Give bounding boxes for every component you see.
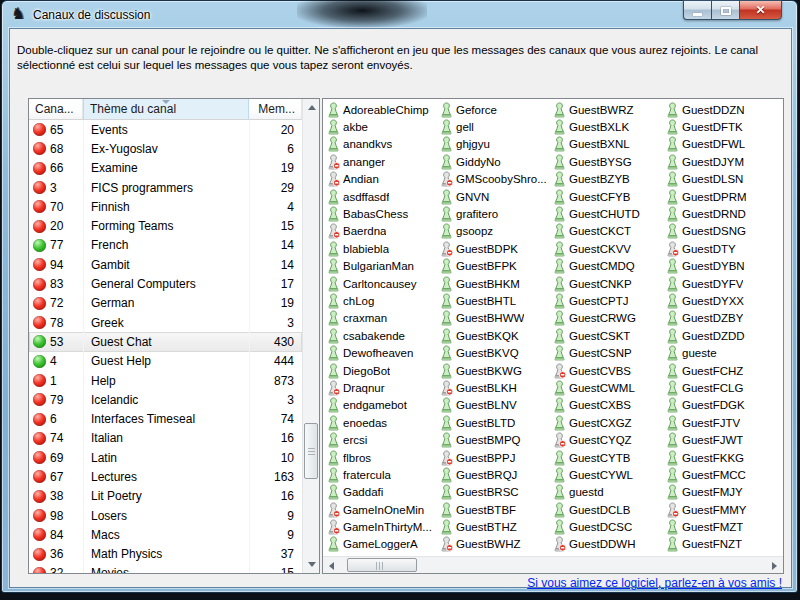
horizontal-scrollbar-thumb[interactable]: [347, 558, 417, 572]
list-item-user[interactable]: GuestCVBS: [551, 362, 664, 379]
list-item-user[interactable]: GuestCYTB: [551, 449, 664, 466]
list-item-user[interactable]: guestd: [551, 484, 664, 501]
list-item-user[interactable]: GuestDRND: [664, 205, 777, 222]
list-item-user[interactable]: GuestCRWG: [551, 310, 664, 327]
table-row[interactable]: 1Help873: [29, 371, 302, 390]
list-item-user[interactable]: GuestBMPQ: [438, 431, 551, 448]
title-bar[interactable]: ♞ Canaux de discussion ✕: [2, 1, 797, 28]
list-item-user[interactable]: GiddyNo: [438, 153, 551, 170]
list-item-user[interactable]: BabasChess: [325, 205, 438, 222]
list-item-user[interactable]: BulgarianMan: [325, 258, 438, 275]
list-item-user[interactable]: gueste: [664, 344, 777, 361]
list-item-user[interactable]: GuestCHUTD: [551, 205, 664, 222]
list-item-user[interactable]: GNVN: [438, 188, 551, 205]
list-item-user[interactable]: GuestBTHZ: [438, 518, 551, 535]
list-item-user[interactable]: enoedas: [325, 414, 438, 431]
table-row[interactable]: 20Forming Teams15: [29, 216, 302, 235]
list-item-user[interactable]: GuestCYWL: [551, 466, 664, 483]
list-item-user[interactable]: Dewofheaven: [325, 344, 438, 361]
list-item-user[interactable]: Draqnur: [325, 379, 438, 396]
list-item-user[interactable]: GuestBZYB: [551, 171, 664, 188]
list-item-user[interactable]: GuestDTY: [664, 240, 777, 257]
list-item-user[interactable]: GuestFNZT: [664, 536, 777, 553]
table-row[interactable]: 53Guest Chat430: [29, 332, 302, 351]
list-item-user[interactable]: GuestCNKP: [551, 275, 664, 292]
table-row[interactable]: 84Macs9: [29, 525, 302, 544]
list-item-user[interactable]: GuestDZDD: [664, 327, 777, 344]
list-item-user[interactable]: Andian: [325, 171, 438, 188]
list-item-user[interactable]: GuestCMDQ: [551, 258, 664, 275]
list-item-user[interactable]: GuestDJYM: [664, 153, 777, 170]
table-row[interactable]: 67Lectures163: [29, 467, 302, 486]
scroll-down-button[interactable]: [303, 556, 320, 573]
table-row[interactable]: 36Math Physics37: [29, 545, 302, 564]
list-item-user[interactable]: GuestBKWG: [438, 362, 551, 379]
list-item-user[interactable]: GuestBLTD: [438, 414, 551, 431]
list-item-user[interactable]: GuestCSKT: [551, 327, 664, 344]
list-item-user[interactable]: GuestDCSC: [551, 518, 664, 535]
list-item-user[interactable]: fratercula: [325, 466, 438, 483]
list-item-user[interactable]: GuestBLKH: [438, 379, 551, 396]
list-item-user[interactable]: GuestDPRM: [664, 188, 777, 205]
list-item-user[interactable]: GMScoobyShro...: [438, 171, 551, 188]
column-header-members[interactable]: Mem...: [249, 99, 302, 119]
table-row[interactable]: 6Interfaces Timeseal74: [29, 409, 302, 428]
table-row[interactable]: 32Movies15: [29, 564, 302, 573]
table-row[interactable]: 66Examine19: [29, 159, 302, 178]
scroll-right-button[interactable]: [766, 557, 783, 574]
table-row[interactable]: 4Guest Help444: [29, 352, 302, 371]
list-item-user[interactable]: GuestFMMY: [664, 501, 777, 518]
table-row[interactable]: 38Lit Poetry16: [29, 487, 302, 506]
list-item-user[interactable]: GuestBTBF: [438, 501, 551, 518]
list-item-user[interactable]: GuestCWML: [551, 379, 664, 396]
list-item-user[interactable]: craxman: [325, 310, 438, 327]
list-item-user[interactable]: GuestBHKM: [438, 275, 551, 292]
list-item-user[interactable]: ananger: [325, 153, 438, 170]
table-row[interactable]: 83General Computers17: [29, 274, 302, 293]
list-item-user[interactable]: GuestCYQZ: [551, 431, 664, 448]
list-item-user[interactable]: GuestBRSC: [438, 484, 551, 501]
list-item-user[interactable]: GuestBHWW: [438, 310, 551, 327]
list-item-user[interactable]: GuestCSNP: [551, 344, 664, 361]
horizontal-scrollbar[interactable]: [323, 556, 783, 573]
list-item-user[interactable]: GuestBHTL: [438, 292, 551, 309]
list-item-user[interactable]: GameInThirtyM...: [325, 518, 438, 535]
list-item-user[interactable]: GameLoggerA: [325, 536, 438, 553]
table-row[interactable]: 79Icelandic3: [29, 390, 302, 409]
table-row[interactable]: 74Italian16: [29, 429, 302, 448]
list-item-user[interactable]: GuestFJWT: [664, 431, 777, 448]
list-item-user[interactable]: GuestBRQJ: [438, 466, 551, 483]
list-item-user[interactable]: gsoopz: [438, 223, 551, 240]
list-item-user[interactable]: gell: [438, 118, 551, 135]
list-item-user[interactable]: GuestDZBY: [664, 310, 777, 327]
share-link[interactable]: Si vous aimez ce logiciel, parlez-en à v…: [527, 576, 782, 590]
table-row[interactable]: 69Latin10: [29, 448, 302, 467]
list-item-user[interactable]: GuestBYSG: [551, 153, 664, 170]
scroll-left-button[interactable]: [323, 557, 340, 574]
table-row[interactable]: 3FICS programmers29: [29, 178, 302, 197]
list-item-user[interactable]: ercsi: [325, 431, 438, 448]
table-row[interactable]: 70Finnish4: [29, 197, 302, 216]
table-row[interactable]: 65Events20: [29, 120, 302, 139]
list-item-user[interactable]: GuestFCHZ: [664, 362, 777, 379]
list-item-user[interactable]: GuestDFWL: [664, 136, 777, 153]
list-item-user[interactable]: GuestDYBN: [664, 258, 777, 275]
list-item-user[interactable]: asdffasdf: [325, 188, 438, 205]
list-item-user[interactable]: GuestFMCC: [664, 466, 777, 483]
table-row[interactable]: 78Greek3: [29, 313, 302, 332]
table-row[interactable]: 68Ex-Yugoslav6: [29, 139, 302, 158]
list-item-user[interactable]: GuestDFTK: [664, 118, 777, 135]
column-header-canal[interactable]: Cana...: [29, 99, 83, 119]
list-item-user[interactable]: GuestDLSN: [664, 171, 777, 188]
list-item-user[interactable]: Gaddafi: [325, 484, 438, 501]
table-row[interactable]: 94Gambit14: [29, 255, 302, 274]
list-item-user[interactable]: GuestCKCT: [551, 223, 664, 240]
list-item-user[interactable]: GameInOneMin: [325, 501, 438, 518]
list-item-user[interactable]: Baerdna: [325, 223, 438, 240]
vertical-scrollbar-thumb[interactable]: [304, 423, 318, 479]
list-item-user[interactable]: GuestBWRZ: [551, 101, 664, 118]
maximize-button[interactable]: [711, 0, 739, 20]
list-item-user[interactable]: AdoreableChimp: [325, 101, 438, 118]
list-item-user[interactable]: GuestDCLB: [551, 501, 664, 518]
list-item-user[interactable]: DiegoBot: [325, 362, 438, 379]
